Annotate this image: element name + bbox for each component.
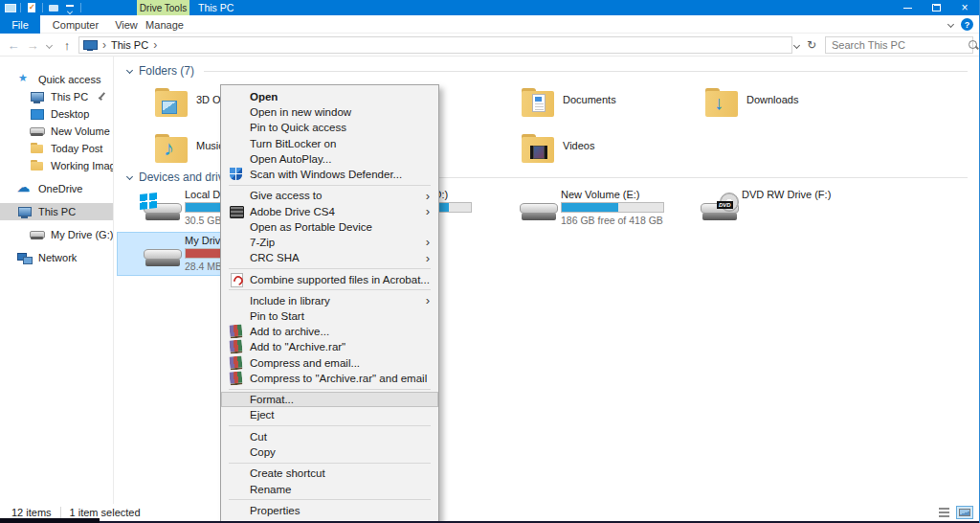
recent-locations-chevron-icon[interactable] — [42, 34, 56, 57]
drive-tools-contextual-tab[interactable]: Drive Tools — [137, 0, 189, 15]
menu-item-label: Add to "Archive.rar" — [250, 341, 345, 352]
search-icon[interactable] — [968, 39, 980, 52]
menu-item-copy[interactable]: Copy — [221, 444, 438, 460]
sidebar-item-my-drive-g[interactable]: My Drive (G:) — [0, 226, 113, 243]
up-button[interactable]: ↑ — [57, 34, 77, 57]
drive-tile-new-volume-e[interactable]: New Volume (E:)186 GB free of 418 GB — [493, 186, 696, 230]
sidebar-item-quick-access[interactable]: Quick access — [0, 71, 113, 88]
menu-item-format[interactable]: Format... — [221, 392, 438, 407]
drive-icon — [30, 125, 45, 138]
breadcrumb-chevron-icon[interactable]: › — [148, 38, 162, 52]
close-button[interactable]: × — [950, 0, 979, 15]
maximize-button[interactable] — [922, 0, 950, 15]
menu-item-give-access-to[interactable]: Give access to› — [221, 188, 438, 203]
folder-tile-downloads[interactable]: ↓Downloads — [705, 88, 882, 117]
customize-qat-chevron-icon[interactable] — [64, 3, 76, 13]
menu-item-properties[interactable]: Properties — [221, 503, 438, 518]
menu-item-7-zip[interactable]: 7-Zip› — [221, 235, 438, 250]
folder-icon — [522, 134, 554, 163]
menu-item-label: Turn BitLocker on — [250, 138, 336, 149]
capacity-bar-fill — [562, 203, 618, 212]
forward-button[interactable]: → — [23, 34, 42, 57]
tab-file[interactable]: File — [0, 15, 40, 34]
menu-item-pin-to-quick-access[interactable]: Pin to Quick access — [221, 120, 438, 135]
maximize-icon — [932, 5, 940, 11]
expand-ribbon-chevron-icon[interactable] — [947, 21, 954, 28]
breadcrumb-chevron-icon[interactable]: › — [98, 38, 111, 52]
folder-tile-documents[interactable]: Documents — [522, 88, 699, 117]
submenu-arrow-icon: › — [426, 251, 430, 265]
winrar-icon — [228, 372, 250, 385]
menu-item-open-in-new-window[interactable]: Open in new window — [221, 104, 438, 120]
large-icons-view-icon[interactable] — [956, 506, 973, 519]
minimize-button[interactable] — [893, 0, 922, 15]
menu-item-rename[interactable]: Rename — [221, 481, 438, 496]
tab-manage[interactable]: Manage — [142, 15, 188, 34]
status-bar: 12 items 1 item selected — [0, 504, 979, 521]
refresh-icon[interactable]: ↻ — [807, 38, 816, 52]
help-icon[interactable]: ? — [961, 18, 973, 31]
blank-icon — [228, 483, 250, 496]
menu-item-compress-to-archive-rar-and-email[interactable]: Compress to "Archive.rar" and email — [221, 371, 438, 386]
sidebar-item-this-pc[interactable]: This PC — [0, 203, 113, 220]
monitor-icon — [17, 205, 33, 218]
tab-view[interactable]: View — [107, 15, 145, 34]
blank-icon — [228, 393, 250, 406]
group-header-folders[interactable]: Folders (7) — [127, 64, 968, 78]
this-pc-system-icon[interactable] — [4, 3, 15, 13]
drive-icon — [520, 198, 558, 227]
drive-tile-dvd-rw-drive-f[interactable]: DVD RW Drive (F:) — [674, 186, 877, 230]
search-input[interactable] — [826, 39, 968, 51]
winrar-icon — [228, 325, 250, 338]
menu-item-include-in-library[interactable]: Include in library› — [221, 293, 438, 308]
windows-logo-icon — [140, 193, 157, 210]
menu-item-scan-with-windows-defender[interactable]: Scan with Windows Defender... — [221, 167, 438, 182]
menu-item-compress-and-email[interactable]: Compress and email... — [221, 355, 438, 371]
menu-item-pin-to-start[interactable]: Pin to Start — [221, 308, 438, 324]
sidebar-item-desktop[interactable]: Desktop — [0, 105, 113, 123]
address-dropdown-chevron-icon[interactable] — [793, 41, 800, 48]
menu-item-label: Compress and email... — [250, 357, 360, 369]
menu-item-add-to-archive-rar[interactable]: Add to "Archive.rar" — [221, 339, 438, 354]
collapse-chevron-icon[interactable] — [126, 66, 133, 73]
details-view-icon[interactable] — [935, 506, 952, 519]
drive-base — [145, 213, 180, 220]
menu-item-combine-supported-files-in-acrobat[interactable]: Combine supported files in Acrobat... — [221, 271, 438, 286]
menu-item-turn-bitlocker-on[interactable]: Turn BitLocker on — [221, 136, 438, 151]
desktop-icon — [30, 107, 45, 121]
blank-icon — [228, 105, 250, 119]
folder-tile-videos[interactable]: Videos — [522, 134, 699, 163]
explorer-window: Drive Tools This PC × File Computer View… — [0, 0, 980, 523]
menu-item-open-autoplay[interactable]: Open AutoPlay... — [221, 151, 438, 167]
collapse-chevron-icon[interactable] — [126, 172, 133, 179]
menu-item-cut[interactable]: Cut — [221, 429, 438, 444]
blank-icon — [228, 137, 250, 150]
sidebar-item-this-pc[interactable]: This PC — [0, 88, 113, 105]
menu-item-adobe-drive-cs4[interactable]: Adobe Drive CS4› — [221, 204, 438, 219]
menu-item-create-shortcut[interactable]: Create shortcut — [221, 466, 438, 481]
menu-item-eject[interactable]: Eject — [221, 407, 438, 422]
sidebar-item-onedrive[interactable]: OneDrive — [0, 180, 113, 197]
folder-label: Documents — [563, 94, 616, 117]
menu-item-add-to-archive[interactable]: Add to archive... — [221, 324, 438, 339]
back-button[interactable]: ← — [4, 34, 23, 57]
new-folder-qat-icon[interactable] — [48, 3, 59, 13]
menu-item-open-as-portable-device[interactable]: Open as Portable Device — [221, 219, 438, 235]
sidebar-item-working-images[interactable]: Working Images — [0, 157, 113, 174]
drive-icon — [30, 228, 45, 241]
drive-text: New Volume (E:)186 GB free of 418 GB — [561, 189, 664, 230]
sidebar-item-new-volume-d[interactable]: New Volume (D:) — [0, 123, 113, 140]
blank-icon — [228, 236, 250, 249]
drive-base — [702, 213, 737, 220]
menu-item-open[interactable]: Open — [221, 89, 438, 104]
menu-item-label: Add to archive... — [250, 326, 329, 337]
sidebar-item-today-post[interactable]: Today Post — [0, 140, 113, 157]
menu-item-crc-sha[interactable]: CRC SHA› — [221, 250, 438, 265]
tab-computer[interactable]: Computer — [48, 15, 103, 34]
breadcrumb[interactable]: › This PC › — [78, 36, 792, 54]
dvd-disc-icon — [720, 193, 739, 212]
properties-qat-icon[interactable] — [26, 3, 37, 13]
breadcrumb-this-pc[interactable]: This PC — [111, 39, 148, 51]
sidebar-item-network[interactable]: Network — [0, 249, 113, 266]
adobe-drive-icon — [228, 205, 250, 218]
